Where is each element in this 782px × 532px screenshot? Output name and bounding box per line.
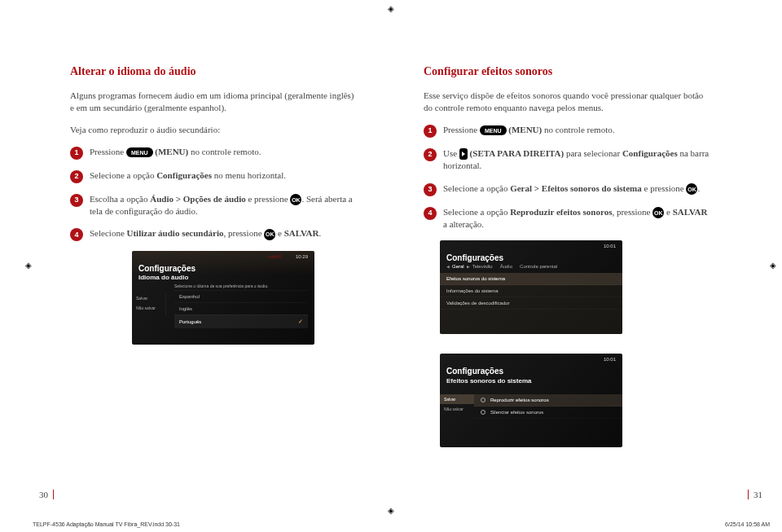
screen-breadcrumb: ◀ Geral ▶ Televisão Áudio Controle paren… [446, 264, 557, 269]
screen-time: 10:01 [604, 244, 616, 248]
menu-button-pill: MENU [126, 147, 153, 157]
radio-icon [481, 398, 485, 402]
screen-side-save: Salvar [440, 394, 474, 404]
screen-language-list: Espanhol Inglês Português✓ [174, 290, 308, 328]
right-intro-1: Esse serviço dispõe de efeitos sonoros q… [424, 90, 712, 114]
content-columns: Alterar o idioma do áudio Alguns program… [70, 65, 712, 447]
screen-lang-es: Espanhol [174, 290, 308, 302]
left-step-2-text: Selecione a opção Configurações no menu … [90, 169, 358, 182]
screen-header: Configurações [138, 264, 196, 273]
left-intro-2: Veja como reproduzir o áudio secundário: [70, 124, 358, 136]
left-step-2: 2 Selecione a opção Configurações no men… [70, 169, 358, 183]
registration-mark-right: ◈ [770, 261, 776, 270]
arrow-right-icon [459, 148, 468, 160]
left-step-1-text: Pressione MENU (MENU) no controle remoto… [90, 146, 358, 158]
screen-effects-list: Reproduzir efeitos sonoros Silenciar efe… [474, 394, 622, 419]
screen-side-save: Salvar [132, 293, 165, 303]
screen-header: Configurações [446, 367, 503, 376]
footer-filename: TELPF-4536 Adaptação Manual TV Fibra_REV… [33, 521, 180, 527]
radio-icon [481, 410, 485, 415]
row-sound-effects: Efeitos sonoros do sistema [440, 273, 622, 285]
right-step-3: 3 Selecione a opção Geral > Efeitos sono… [424, 182, 712, 196]
right-step-1-text: Pressione MENU (MENU) no controle remoto… [443, 124, 712, 136]
footer-metadata: TELPF-4536 Adaptação Manual TV Fibra_REV… [33, 521, 770, 527]
registration-mark-top: ◈ [388, 4, 394, 13]
left-step-1: 1 Pressione MENU (MENU) no controle remo… [70, 146, 358, 160]
screen-sidebar: Salvar Não salvar [132, 293, 166, 316]
step-number-4: 4 [70, 228, 83, 241]
step-number-2: 2 [70, 170, 83, 183]
ok-button-pill: OK [686, 183, 697, 195]
right-step-1: 1 Pressione MENU (MENU) no controle remo… [424, 124, 712, 138]
left-step-3: 3 Escolha a opção Áudio > Opções de áudi… [70, 193, 358, 218]
screen-time: 10:01 [604, 357, 616, 362]
row-mute-effects: Silenciar efeitos sonoros [474, 407, 622, 419]
footer-timestamp: 6/25/14 10:58 AM [725, 521, 770, 527]
ok-button-pill: OK [652, 207, 664, 218]
crumb-general: Geral [452, 264, 464, 269]
check-icon: ✓ [298, 319, 303, 325]
ok-button-pill: OK [290, 194, 301, 205]
right-step-4-text: Selecione a opção Reproduzir efeitos son… [443, 206, 712, 231]
page-number-left: 30 [39, 490, 54, 499]
screen-subheader: Idioma do áudio [138, 274, 188, 281]
screen-body: Efeitos sonoros do sistema Informações d… [440, 273, 622, 334]
screen-sidebar: Salvar Não salvar [440, 394, 474, 414]
registration-mark-bottom: ◈ [388, 506, 394, 515]
crumb-parental: Controle parental [520, 264, 557, 269]
right-step-2-text: Use (SETA PARA DIREITA) para selecionar … [443, 147, 712, 173]
screenshot-sound-effects: 10:01 Configurações Efeitos sonoros do s… [440, 354, 622, 447]
screenshot-audio-language: rushHD 10:29 Configurações Idioma do áud… [132, 251, 314, 345]
row-system-info: Informações do sistema [440, 285, 622, 297]
ok-button-pill: OK [264, 229, 275, 240]
crumb-arrow-icon: ▶ [467, 264, 470, 269]
step-number-3: 3 [70, 194, 83, 207]
crumb-audio: Áudio [500, 264, 512, 269]
left-step-4-text: Selecione Utilizar áudio secundário, pre… [90, 227, 358, 240]
step-number-3: 3 [424, 183, 437, 196]
screenshot-config-general: 10:01 Configurações ◀ Geral ▶ Televisão … [440, 240, 622, 334]
step-number-1: 1 [424, 125, 437, 138]
screen-lang-pt: Português✓ [174, 314, 308, 328]
screen-subheader: Efeitos sonoros do sistema [446, 377, 531, 385]
screen-lang-en: Inglês [174, 302, 308, 314]
crumb-tv: Televisão [472, 264, 493, 269]
screen-header: Configurações [446, 253, 503, 262]
step-number-4: 4 [424, 207, 437, 220]
right-column: Configurar efeitos sonoros Esse serviço … [424, 65, 712, 447]
right-step-3-text: Selecione a opção Geral > Efeitos sonoro… [443, 182, 712, 195]
screen-network-label: rushHD [268, 254, 282, 259]
crumb-arrow-icon: ◀ [446, 264, 450, 269]
step-number-1: 1 [70, 147, 83, 160]
screen-description: Selecione o idioma de sua preferência pa… [174, 284, 269, 288]
right-heading: Configurar efeitos sonoros [424, 65, 712, 78]
registration-mark-left: ◈ [25, 261, 32, 270]
left-heading: Alterar o idioma do áudio [70, 65, 358, 78]
left-column: Alterar o idioma do áudio Alguns program… [70, 65, 358, 447]
page-number-right: 31 [748, 490, 762, 499]
row-play-effects: Reproduzir efeitos sonoros [474, 394, 622, 407]
right-step-2: 2 Use (SETA PARA DIREITA) para seleciona… [424, 147, 712, 173]
left-intro-1: Alguns programas fornecem áudio em um id… [70, 90, 358, 114]
screen-side-cancel: Não salvar [440, 404, 474, 414]
right-step-4: 4 Selecione a opção Reproduzir efeitos s… [424, 206, 712, 231]
menu-button-pill: MENU [480, 125, 507, 135]
screen-side-cancel: Não salvar [132, 303, 165, 313]
step-number-2: 2 [424, 148, 437, 161]
row-decoder-validation: Validações de descodificador [440, 297, 622, 310]
screen-time: 10:29 [296, 254, 308, 259]
left-step-3-text: Escolha a opção Áudio > Opções de áudio … [90, 193, 358, 218]
left-step-4: 4 Selecione Utilizar áudio secundário, p… [70, 227, 358, 241]
